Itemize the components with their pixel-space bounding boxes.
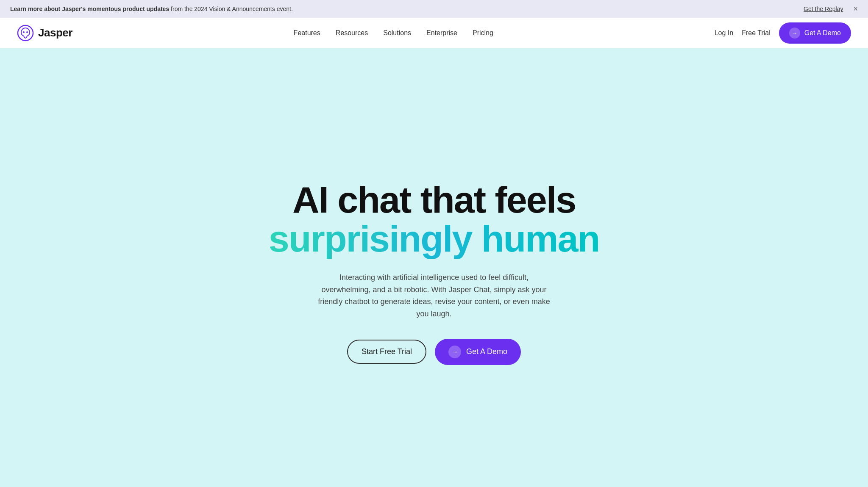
nav-item-pricing[interactable]: Pricing (473, 29, 493, 37)
svg-point-2 (26, 31, 28, 33)
hero-description: Interacting with artificial intelligence… (315, 271, 553, 320)
announcement-right: Get the Replay × (804, 5, 858, 13)
get-demo-nav-button[interactable]: → Get A Demo (779, 22, 851, 44)
announcement-banner: Learn more about Jasper's momentous prod… (0, 0, 868, 18)
logo[interactable]: Jasper (17, 25, 72, 42)
announcement-bold-text: Learn more about Jasper's momentous prod… (10, 6, 169, 12)
jasper-logo-icon (17, 25, 34, 42)
get-demo-hero-button[interactable]: → Get A Demo (435, 339, 521, 365)
announcement-text: Learn more about Jasper's momentous prod… (10, 6, 293, 12)
hero-section: AI chat that feels surprisingly human In… (0, 48, 868, 487)
nav-item-resources[interactable]: Resources (336, 29, 368, 37)
svg-point-1 (23, 31, 25, 33)
start-free-trial-button[interactable]: Start Free Trial (347, 340, 426, 364)
free-trial-nav-button[interactable]: Free Trial (742, 29, 771, 37)
hero-title-line2: surprisingly human (269, 219, 600, 258)
hero-cta-buttons: Start Free Trial → Get A Demo (347, 339, 521, 365)
nav-item-solutions[interactable]: Solutions (383, 29, 411, 37)
login-button[interactable]: Log In (715, 29, 733, 37)
hero-demo-arrow-icon: → (448, 346, 461, 358)
demo-arrow-icon: → (789, 28, 800, 39)
hero-title: AI chat that feels surprisingly human (269, 180, 600, 271)
hero-title-line1: AI chat that feels (269, 180, 600, 219)
nav-item-features[interactable]: Features (294, 29, 320, 37)
announcement-normal-text: from the 2024 Vision & Announcements eve… (169, 6, 293, 12)
navbar: Jasper Features Resources Solutions Ente… (0, 18, 868, 48)
announcement-replay-link[interactable]: Get the Replay (804, 6, 843, 12)
nav-actions: Log In Free Trial → Get A Demo (715, 22, 851, 44)
nav-links: Features Resources Solutions Enterprise … (294, 29, 493, 37)
announcement-close-button[interactable]: × (853, 5, 858, 13)
nav-item-enterprise[interactable]: Enterprise (426, 29, 457, 37)
logo-text: Jasper (38, 26, 72, 39)
